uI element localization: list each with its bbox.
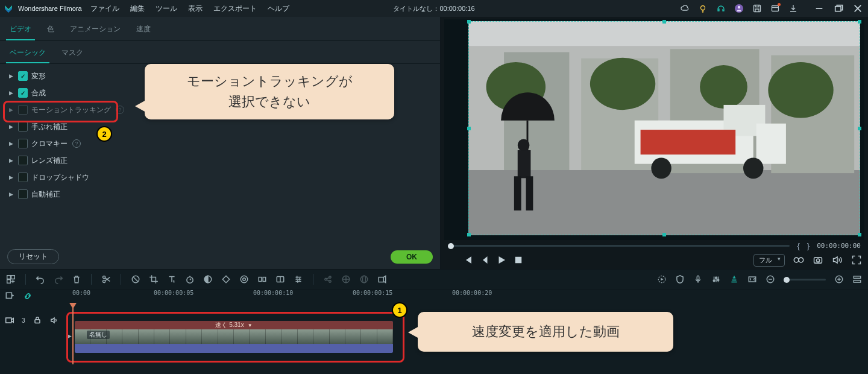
resize-handle[interactable] (858, 20, 861, 24)
text-icon[interactable] (167, 274, 177, 284)
mask-icon[interactable] (275, 274, 285, 284)
speed-icon[interactable] (185, 274, 195, 284)
preview-canvas[interactable] (444, 19, 864, 240)
prop-lens[interactable]: ▶ レンズ補正 (2, 152, 438, 169)
grid-icon[interactable] (341, 274, 351, 284)
cloud-icon[interactable] (680, 4, 690, 13)
chevron-right-icon[interactable]: ▶ (7, 157, 14, 163)
minimize-button[interactable] (813, 2, 826, 15)
chevron-right-icon[interactable]: ▶ (7, 174, 14, 180)
block-icon[interactable] (131, 274, 140, 284)
chevron-down-icon[interactable]: ▼ (248, 323, 253, 328)
mute-icon[interactable] (49, 315, 59, 325)
mixer-icon[interactable] (711, 274, 721, 284)
share-icon[interactable] (323, 274, 333, 284)
chevron-right-icon[interactable]: ▶ (7, 90, 14, 96)
idea-icon[interactable] (698, 4, 708, 13)
checkbox-composite[interactable] (18, 88, 28, 98)
zoom-slider[interactable] (784, 279, 826, 280)
marker-tool-icon[interactable] (729, 274, 739, 284)
menu-export[interactable]: エクスポート (213, 4, 257, 14)
checkbox-autocorrect[interactable] (18, 189, 28, 199)
prop-chromakey[interactable]: ▶ クロマキー ? (2, 135, 438, 152)
checkbox-transform[interactable] (18, 71, 28, 81)
playhead[interactable] (72, 304, 74, 364)
tab-animation[interactable]: アニメーション (66, 21, 124, 40)
export-small-icon[interactable] (377, 274, 387, 284)
fit-icon[interactable] (747, 274, 757, 284)
menu-tool[interactable]: ツール (156, 4, 177, 14)
crop-icon[interactable] (149, 274, 159, 284)
undo-icon[interactable] (36, 274, 45, 284)
menu-help[interactable]: ヘルプ (268, 4, 289, 14)
prop-stabilize[interactable]: ▶ 手ぶれ補正 (2, 118, 438, 135)
video-track-icon[interactable] (5, 315, 14, 325)
checkbox-stabilize[interactable] (18, 122, 28, 132)
reset-button[interactable]: リセット (7, 249, 59, 264)
color-icon[interactable] (203, 274, 213, 284)
keyframe-icon[interactable] (221, 274, 231, 284)
menu-edit[interactable]: 編集 (130, 4, 145, 14)
zoom-out-icon[interactable] (766, 274, 775, 284)
compare-icon[interactable] (793, 255, 804, 265)
headphone-icon[interactable] (716, 4, 726, 13)
adjust-icon[interactable] (294, 274, 303, 284)
maximize-button[interactable] (832, 2, 845, 15)
prop-autocorrect[interactable]: ▶ 自動補正 (2, 186, 438, 203)
menu-file[interactable]: ファイル (90, 4, 119, 14)
resize-handle[interactable] (662, 233, 666, 236)
avatar-icon[interactable] (734, 4, 744, 13)
inbox-icon[interactable] (770, 4, 780, 13)
checkbox-dropshadow[interactable] (18, 173, 28, 182)
redo-icon[interactable] (54, 274, 63, 284)
scissors-icon[interactable] (101, 274, 111, 284)
split-icon[interactable] (257, 274, 267, 284)
help-icon[interactable]: ? (72, 139, 81, 148)
subtab-mask[interactable]: マスク (58, 45, 87, 63)
mark-in-icon[interactable]: { (797, 241, 799, 250)
chevron-right-icon[interactable]: ▶ (7, 141, 14, 147)
timeline-clip[interactable]: 速く 5.31x ▼ 名無し (75, 321, 393, 353)
menu-view[interactable]: 表示 (188, 4, 203, 14)
zoom-in-icon[interactable] (834, 274, 844, 284)
checkbox-chromakey[interactable] (18, 139, 28, 148)
mic-icon[interactable] (693, 274, 703, 284)
lock-icon[interactable] (33, 315, 42, 325)
preview-quality-select[interactable]: フル (753, 254, 785, 267)
tab-speed[interactable]: 速度 (133, 21, 154, 40)
tab-video[interactable]: ビデオ (6, 21, 35, 40)
selection-rect[interactable] (468, 21, 860, 235)
timeline-ruler[interactable]: 00:00 00:00:00:05 00:00:00:10 00:00:00:1… (0, 290, 868, 304)
prop-dropshadow[interactable]: ▶ ドロップシャドウ (2, 169, 438, 186)
resize-handle[interactable] (467, 233, 471, 236)
step-back-icon[interactable] (462, 255, 473, 265)
stop-icon[interactable] (513, 255, 524, 265)
download-icon[interactable] (788, 4, 798, 13)
prev-frame-icon[interactable] (479, 255, 490, 265)
subtab-basic[interactable]: ベーシック (6, 45, 49, 63)
snapshot-icon[interactable] (813, 255, 823, 265)
close-button[interactable] (851, 2, 864, 15)
fullscreen-icon[interactable] (851, 255, 862, 265)
shield-icon[interactable] (675, 274, 685, 284)
chevron-right-icon[interactable]: ▶ (7, 73, 14, 79)
chevron-right-icon[interactable]: ▶ (7, 124, 14, 130)
resize-handle[interactable] (858, 233, 861, 236)
checkbox-lens[interactable] (18, 156, 28, 165)
chevron-right-icon[interactable]: ▶ (7, 191, 14, 197)
effects-icon[interactable] (239, 274, 249, 284)
resize-handle[interactable] (662, 20, 666, 24)
resize-handle[interactable] (467, 20, 471, 24)
scrubber-handle[interactable] (448, 243, 454, 249)
render-icon[interactable] (657, 274, 667, 284)
globe-icon[interactable] (359, 274, 369, 284)
layout-icon[interactable] (6, 274, 16, 284)
scrubber-track[interactable] (448, 245, 790, 247)
timeline-options-icon[interactable] (852, 274, 862, 284)
zoom-handle[interactable] (784, 277, 790, 283)
resize-handle[interactable] (467, 127, 471, 130)
ok-button[interactable]: OK (391, 250, 433, 264)
tab-color[interactable]: 色 (43, 21, 58, 40)
chevron-right-icon[interactable]: ▶ (68, 333, 72, 339)
resize-handle[interactable] (858, 127, 861, 130)
